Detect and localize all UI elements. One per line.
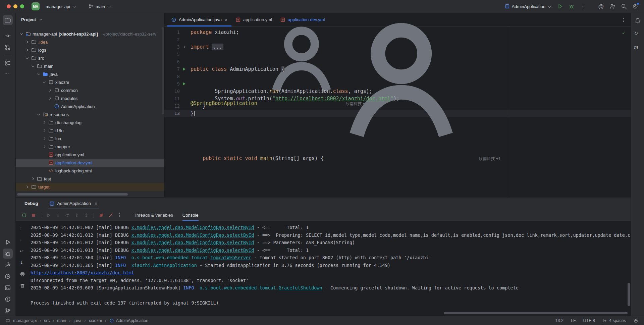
- breadcrumb-item[interactable]: manager-api: [13, 318, 37, 323]
- run-line-icon[interactable]: [183, 82, 185, 86]
- stop-button[interactable]: [29, 211, 38, 220]
- run-button[interactable]: [555, 2, 565, 11]
- terminal-toolwindow-button[interactable]: [3, 283, 13, 293]
- minimize-window-button[interactable]: [13, 4, 17, 8]
- breadcrumb-item[interactable]: src: [44, 318, 50, 323]
- chevron-icon[interactable]: [42, 120, 47, 125]
- tree-row[interactable]: src: [16, 54, 164, 62]
- kebab-button[interactable]: ⋮: [116, 211, 124, 220]
- mute-breakpoints-button[interactable]: [97, 211, 106, 220]
- soft-wrap-button[interactable]: ↩: [18, 247, 27, 256]
- chevron-icon[interactable]: [19, 32, 24, 36]
- chevron-icon[interactable]: [25, 56, 30, 60]
- debugger-tab-threads-variables[interactable]: Threads & Variables: [134, 209, 173, 221]
- ai-assistant-button[interactable]: @: [596, 2, 606, 11]
- breadcrumb-item[interactable]: main: [57, 318, 66, 323]
- code-line[interactable]: 9 public static void main(String[] args)…: [164, 80, 631, 88]
- more-toolwindow-button[interactable]: ⋯: [3, 69, 13, 79]
- chevron-icon[interactable]: [42, 80, 47, 85]
- chevron-icon[interactable]: [31, 176, 35, 181]
- vertical-scrollbar[interactable]: [628, 283, 630, 306]
- tree-row[interactable]: </>logback-spring.xml: [16, 167, 164, 175]
- code-with-me-button[interactable]: [608, 2, 617, 11]
- project-panel-header[interactable]: Project: [16, 13, 164, 26]
- breadcrumb-item[interactable]: java: [73, 318, 81, 323]
- line-number[interactable]: 3: [164, 43, 180, 51]
- run-toolwindow-button[interactable]: [3, 237, 13, 247]
- zoom-window-button[interactable]: [20, 4, 24, 8]
- breadcrumb-item[interactable]: CAdminApplication: [109, 318, 149, 323]
- tree-row[interactable]: db.changelog: [16, 118, 164, 126]
- no-edit-button[interactable]: [106, 211, 115, 220]
- tree-row[interactable]: CAdminApplication: [16, 102, 164, 110]
- more-options-button[interactable]: ⋮: [578, 2, 588, 11]
- code-editor[interactable]: ✓ 1package xiaozhi;23import ...56@Spring…: [164, 26, 631, 197]
- pull-requests-toolwindow-button[interactable]: [3, 42, 13, 52]
- step-into-button[interactable]: [72, 211, 81, 220]
- chevron-icon[interactable]: [31, 64, 35, 68]
- chevron-icon[interactable]: [48, 96, 52, 101]
- reload-toolwindow-button[interactable]: ↻: [633, 29, 643, 39]
- indent-setting[interactable]: 4 spaces: [602, 318, 626, 323]
- vertical-scrollbar[interactable]: [162, 27, 164, 114]
- arrow-down-button[interactable]: ↓: [18, 236, 27, 245]
- project-toolwindow-button[interactable]: [3, 15, 13, 25]
- tree-row[interactable]: test: [16, 175, 164, 183]
- tree-row[interactable]: i18n: [16, 126, 164, 134]
- branch-widget[interactable]: main: [86, 2, 113, 10]
- structure-toolwindow-button[interactable]: [3, 58, 13, 68]
- tree-row[interactable]: Yapplication.yml: [16, 151, 164, 159]
- step-over-button[interactable]: [63, 211, 72, 220]
- resume-button[interactable]: [44, 211, 53, 220]
- printer-button[interactable]: [18, 270, 27, 279]
- line-ending[interactable]: LF: [571, 318, 576, 323]
- line-number[interactable]: 6: [164, 58, 180, 65]
- line-number[interactable]: 7: [164, 65, 180, 73]
- line-number[interactable]: 5: [164, 51, 180, 58]
- horizontal-scrollbar[interactable]: [444, 312, 628, 314]
- chevron-icon[interactable]: [36, 112, 41, 117]
- line-number[interactable]: 12: [164, 102, 180, 110]
- run-line-icon[interactable]: [183, 67, 185, 71]
- code-line[interactable]: 11 System.out.println("http://localhost:…: [164, 95, 631, 102]
- tree-row[interactable]: manager-api [xiaozhi-esp32-api]~/project…: [16, 30, 164, 38]
- chevron-icon[interactable]: [36, 72, 41, 76]
- arrow-up-button[interactable]: ↑: [18, 224, 27, 233]
- step-out-button[interactable]: [82, 211, 91, 220]
- tree-row[interactable]: logs: [16, 46, 164, 54]
- console-link[interactable]: http://localhost:8002/xiaozhi/doc.html: [31, 270, 134, 275]
- inspection-ok-icon[interactable]: ✓: [622, 29, 625, 37]
- line-number[interactable]: 2: [164, 36, 180, 43]
- tree-row[interactable]: target: [16, 183, 164, 191]
- kebab-icon[interactable]: ⋮: [621, 17, 626, 22]
- tree-row[interactable]: Yapplication-dev.yml: [16, 159, 164, 167]
- line-number[interactable]: 9: [164, 80, 180, 88]
- horizontal-scrollbar[interactable]: [17, 193, 128, 196]
- chevron-icon[interactable]: [25, 48, 30, 52]
- run-config-selector[interactable]: AdminApplication: [502, 2, 553, 10]
- services-toolwindow-button[interactable]: [3, 271, 13, 281]
- tree-row[interactable]: main: [16, 62, 164, 70]
- settings-button[interactable]: [631, 2, 640, 11]
- chevron-icon[interactable]: [48, 88, 52, 93]
- tree-row[interactable]: mapper: [16, 143, 164, 151]
- caret-position[interactable]: 13:2: [555, 318, 564, 323]
- debug-button[interactable]: [567, 2, 576, 11]
- maven-toolwindow-button[interactable]: m: [633, 43, 643, 53]
- debug-session-tab[interactable]: AdminApplication ×: [48, 198, 99, 209]
- chevron-icon[interactable]: [42, 128, 47, 133]
- fold-icon[interactable]: [182, 45, 186, 49]
- trash-button[interactable]: [18, 281, 27, 290]
- line-number[interactable]: 8: [164, 73, 180, 80]
- chevron-icon[interactable]: [42, 144, 47, 149]
- tree-row[interactable]: resources: [16, 110, 164, 118]
- chevron-icon[interactable]: [42, 136, 47, 141]
- tree-row[interactable]: .idea: [16, 38, 164, 46]
- tree-row[interactable]: java: [16, 70, 164, 78]
- debugger-tab-console[interactable]: Console: [182, 209, 199, 221]
- project-switcher[interactable]: manager-api: [43, 3, 78, 10]
- line-number[interactable]: 10: [164, 88, 180, 95]
- search-everywhere-button[interactable]: [619, 2, 629, 11]
- problems-toolwindow-button[interactable]: [3, 294, 13, 304]
- tree-row[interactable]: lua: [16, 134, 164, 143]
